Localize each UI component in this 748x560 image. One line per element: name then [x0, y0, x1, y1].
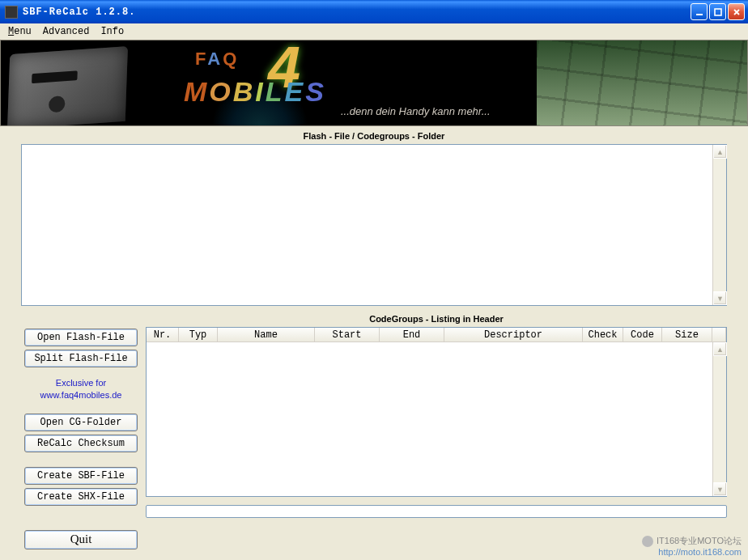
menu-advanced[interactable]: Advanced [40, 24, 93, 39]
scroll-down-icon[interactable]: ▼ [713, 482, 727, 496]
sidebar: Open Flash-File Split Flash-File Exclusi… [24, 314, 138, 549]
split-flash-file-button[interactable]: Split Flash-File [24, 350, 138, 367]
col-check[interactable]: Check [583, 328, 623, 342]
col-pad [712, 328, 726, 342]
banner-keyboard-art [537, 40, 747, 126]
app-icon [5, 6, 18, 19]
banner-mobiles-text: MOBILES [184, 76, 326, 108]
list-body[interactable] [147, 342, 712, 496]
window-buttons [691, 3, 745, 20]
col-size[interactable]: Size [662, 328, 712, 342]
flash-file-textarea[interactable]: ▲ ▼ [21, 144, 727, 306]
menu-info[interactable]: Info [97, 24, 127, 39]
banner-phone-art [7, 46, 128, 126]
progress-bar [146, 505, 727, 518]
banner-logo: FAQ [195, 49, 239, 70]
flash-scrollbar[interactable]: ▲ ▼ [712, 145, 726, 305]
col-end[interactable]: End [380, 328, 444, 342]
col-nr[interactable]: Nr. [147, 328, 179, 342]
open-flash-file-button[interactable]: Open Flash-File [24, 329, 138, 346]
col-descriptor[interactable]: Descriptor [444, 328, 583, 342]
scroll-up-icon[interactable]: ▲ [713, 342, 727, 356]
exclusive-label: Exclusive for www.faq4mobiles.de [24, 377, 138, 402]
col-code[interactable]: Code [623, 328, 662, 342]
open-cg-folder-button[interactable]: Open CG-Folder [24, 414, 138, 431]
client-area: FAQ 4 MOBILES ...denn dein Handy kann me… [0, 40, 748, 549]
create-shx-file-button[interactable]: Create SHX-File [24, 488, 138, 506]
col-typ[interactable]: Typ [179, 328, 218, 342]
exclusive-line1: Exclusive for [56, 378, 106, 388]
create-sbf-file-button[interactable]: Create SBF-File [24, 467, 138, 485]
svg-rect-0 [696, 14, 703, 15]
list-header: Nr. Typ Name Start End Descriptor Check … [147, 328, 726, 342]
banner-faq-text: FAQ [195, 49, 239, 70]
scroll-up-icon[interactable]: ▲ [713, 145, 727, 159]
codegroups-listview[interactable]: Nr. Typ Name Start End Descriptor Check … [146, 327, 727, 497]
quit-button[interactable]: Quit [24, 530, 138, 549]
menubar: Menu Advanced Info [0, 23, 748, 40]
minimize-button[interactable] [691, 3, 708, 20]
col-name[interactable]: Name [218, 328, 315, 342]
svg-rect-1 [715, 9, 721, 15]
window-title: SBF-ReCalc 1.2.8. [23, 6, 691, 18]
titlebar: SBF-ReCalc 1.2.8. [0, 0, 748, 23]
menu-menu[interactable]: Menu [5, 24, 35, 39]
codegroups-section-label: CodeGroups - Listing in Header [146, 314, 727, 327]
close-button[interactable] [728, 3, 745, 20]
col-start[interactable]: Start [315, 328, 380, 342]
banner: FAQ 4 MOBILES ...denn dein Handy kann me… [0, 40, 748, 126]
exclusive-link: www.faq4mobiles.de [40, 390, 122, 400]
list-scrollbar[interactable]: ▲ ▼ [712, 342, 726, 496]
scroll-down-icon[interactable]: ▼ [713, 291, 727, 305]
flash-section-label: Flash - File / Codegroups - Folder [0, 126, 748, 144]
maximize-button[interactable] [709, 3, 726, 20]
banner-tagline: ...denn dein Handy kann mehr... [341, 105, 491, 117]
recalc-checksum-button[interactable]: ReCalc Checksum [24, 435, 138, 452]
